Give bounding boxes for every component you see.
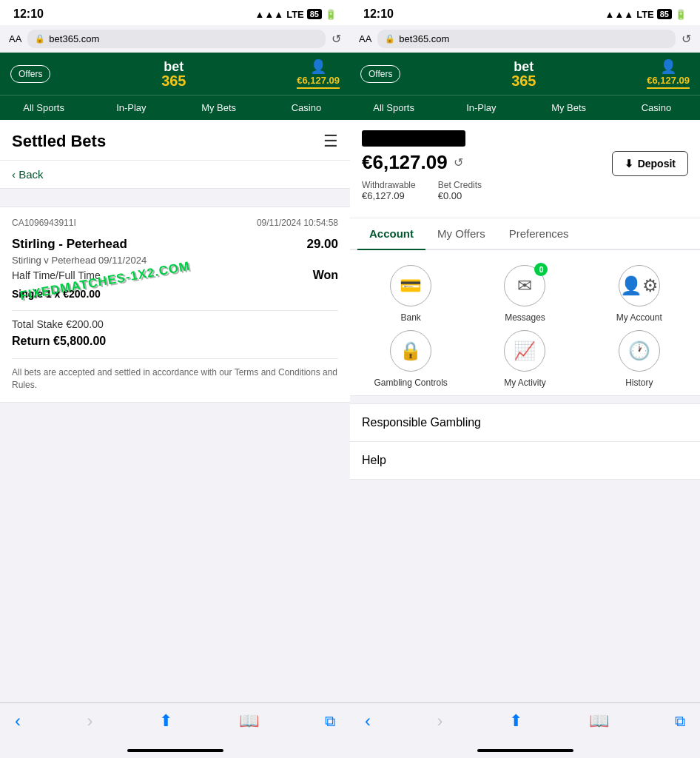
tab-myoffers[interactable]: My Offers (425, 218, 497, 249)
history-cell[interactable]: 🕐 History (586, 330, 693, 388)
right-bet365-header: Offers bet 365 👤 €6,127.09 (350, 53, 700, 95)
left-signal-icon: ▲▲▲ (255, 9, 284, 20)
divider-1 (12, 310, 338, 311)
left-share-btn[interactable]: ⬆ (159, 711, 172, 731)
right-account-area[interactable]: 👤 €6,127.09 (647, 58, 690, 89)
left-logo-num: 365 (161, 73, 186, 89)
messages-icon-circle: ✉ 0 (504, 265, 545, 306)
left-account-area[interactable]: 👤 €6,127.09 (297, 58, 340, 89)
withdrawable-value: €6,127.09 (362, 190, 416, 201)
left-balance: €6,127.09 (297, 75, 340, 89)
right-logo-num: 365 (511, 73, 536, 89)
gambling-controls-icon: 🔒 (400, 341, 422, 361)
right-signal-icon: ▲▲▲ (605, 9, 634, 20)
bet-result: Won (313, 269, 338, 282)
balance-refresh-icon[interactable]: ↺ (454, 155, 463, 170)
left-tabs-btn[interactable]: ⧉ (325, 713, 335, 730)
bet-result-row: Half Time/Full Time Won (12, 269, 338, 282)
history-icon: 🕐 (628, 341, 650, 361)
right-offers-button[interactable]: Offers (360, 65, 400, 83)
terms-text: All bets are accepted and settled in acc… (12, 366, 338, 392)
responsible-gambling-item[interactable]: Responsible Gambling (350, 404, 700, 442)
right-status-right: ▲▲▲ LTE 85 🔋 (605, 9, 687, 20)
left-browser-bar: AA 🔒 bet365.com ↺ (0, 25, 350, 53)
hamburger-icon[interactable]: ☰ (323, 132, 338, 151)
left-url-box[interactable]: 🔒 bet365.com (27, 30, 326, 48)
back-button[interactable]: ‹ Back (0, 161, 350, 189)
bank-cell[interactable]: 💳 Bank (357, 265, 464, 323)
left-lte-text: LTE (286, 9, 304, 20)
account-header: €6,127.09 ↺ Withdrawable €6,127.09 Bet C… (350, 120, 700, 218)
bet-credits-value: €0.00 (438, 190, 482, 201)
messages-icon: ✉ (517, 275, 532, 296)
right-status-bar: 12:10 ▲▲▲ LTE 85 🔋 (350, 0, 700, 25)
right-aa[interactable]: AA (359, 33, 371, 44)
balance-sub: Withdrawable €6,127.09 Bet Credits €0.00 (362, 180, 482, 201)
tab-account[interactable]: Account (357, 218, 425, 249)
bet-return: Return €5,800.00 (12, 335, 338, 348)
left-back-btn[interactable]: ‹ (15, 711, 21, 731)
bet-credits-label: Bet Credits (438, 180, 482, 190)
left-nav-allsports[interactable]: All Sports (0, 95, 87, 120)
right-browser-bar: AA 🔒 bet365.com ↺ (350, 25, 700, 53)
myactivity-cell[interactable]: 📈 My Activity (471, 330, 578, 388)
left-content: Settled Bets ☰ ‹ Back FIXEDMATCHES-1X2.C… (0, 120, 350, 702)
settled-bets-header: Settled Bets ☰ (0, 120, 350, 161)
left-nav-mybets[interactable]: My Bets (175, 95, 263, 120)
left-refresh-icon[interactable]: ↺ (332, 32, 341, 46)
left-bookmarks-btn[interactable]: 📖 (239, 711, 259, 731)
account-balance-left: €6,127.09 ↺ Withdrawable €6,127.09 Bet C… (362, 151, 482, 201)
bet-card: FIXEDMATCHES-1X2.COM CA1096943911I 09/11… (0, 207, 350, 403)
gambling-controls-cell[interactable]: 🔒 Gambling Controls (357, 330, 464, 388)
right-account-icon: 👤 (647, 58, 690, 75)
bet-timestamp: 09/11/2024 10:54:58 (257, 218, 338, 228)
bet-odds: 29.00 (306, 237, 338, 252)
right-nav-inplay[interactable]: In-Play (437, 95, 525, 120)
tab-preferences[interactable]: Preferences (497, 218, 581, 249)
left-nav-bar: All Sports In-Play My Bets Casino (0, 95, 350, 120)
deposit-button[interactable]: ⬇ Deposit (612, 151, 688, 176)
left-nav-inplay[interactable]: In-Play (87, 95, 175, 120)
myaccount-icon-circle: 👤⚙ (619, 265, 660, 306)
right-nav-allsports[interactable]: All Sports (350, 95, 437, 120)
account-balance-main: €6,127.09 ↺ (362, 151, 482, 174)
account-tabs: Account My Offers Preferences (350, 218, 700, 250)
right-url: bet365.com (399, 33, 449, 44)
right-safari-bottom: ‹ › ⬆ 📖 ⧉ (350, 702, 700, 746)
history-label: History (625, 378, 653, 388)
myaccount-label: My Account (616, 312, 662, 323)
left-forward-btn[interactable]: › (87, 711, 93, 731)
right-time: 12:10 (363, 7, 394, 21)
right-url-box[interactable]: 🔒 bet365.com (377, 30, 676, 48)
right-forward-btn[interactable]: › (437, 711, 443, 731)
right-nav-mybets[interactable]: My Bets (525, 95, 613, 120)
withdrawable-item: Withdrawable €6,127.09 (362, 180, 416, 201)
messages-cell[interactable]: ✉ 0 Messages (471, 265, 578, 323)
history-icon-circle: 🕐 (619, 330, 660, 372)
right-refresh-icon[interactable]: ↺ (682, 32, 691, 46)
left-aa[interactable]: AA (9, 33, 21, 44)
bet-credits-item: Bet Credits €0.00 (438, 180, 482, 201)
balance-amount: €6,127.09 (362, 151, 448, 174)
help-item[interactable]: Help (350, 442, 700, 479)
right-share-btn[interactable]: ⬆ (509, 711, 522, 731)
deposit-icon: ⬇ (625, 158, 633, 170)
right-tabs-btn[interactable]: ⧉ (675, 713, 685, 730)
gambling-controls-label: Gambling Controls (374, 378, 447, 388)
account-balance-row: €6,127.09 ↺ Withdrawable €6,127.09 Bet C… (362, 151, 688, 201)
left-account-icon: 👤 (297, 58, 340, 75)
right-logo-bet: bet (514, 59, 534, 74)
right-bookmarks-btn[interactable]: 📖 (589, 711, 609, 731)
right-nav-bar: All Sports In-Play My Bets Casino (350, 95, 700, 120)
right-back-btn[interactable]: ‹ (365, 711, 371, 731)
left-offers-button[interactable]: Offers (10, 65, 50, 83)
bank-icon-circle: 💳 (390, 265, 431, 306)
account-icons-grid: 💳 Bank ✉ 0 Messages 👤⚙ My Account (350, 250, 700, 396)
bet-id-row: CA1096943911I 09/11/2024 10:54:58 (12, 218, 338, 228)
myaccount-cell[interactable]: 👤⚙ My Account (586, 265, 693, 323)
myactivity-icon-circle: 📈 (504, 330, 545, 372)
right-nav-casino[interactable]: Casino (613, 95, 700, 120)
bet-type: Single 1 x €200.00 (12, 288, 338, 300)
left-nav-casino[interactable]: Casino (263, 95, 350, 120)
right-content: €6,127.09 ↺ Withdrawable €6,127.09 Bet C… (350, 120, 700, 702)
